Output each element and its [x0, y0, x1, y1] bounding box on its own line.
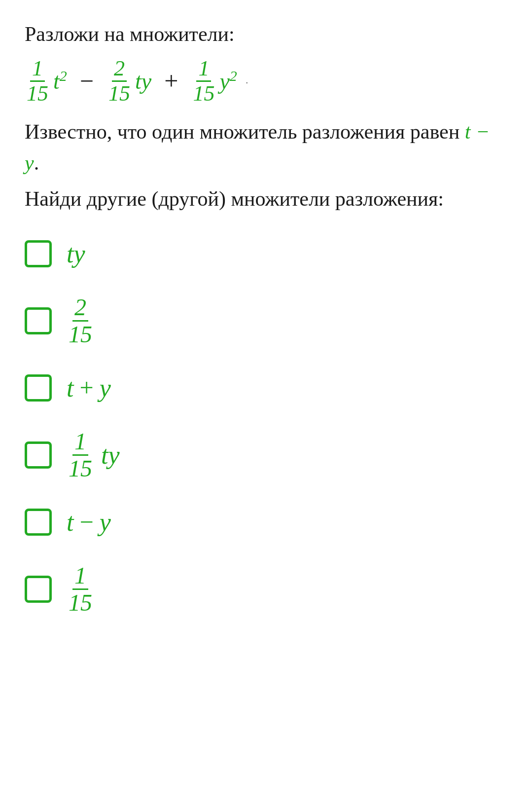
option-5-row: t − y [25, 508, 507, 537]
opt4-den: 15 [67, 456, 94, 480]
checkbox-3[interactable] [25, 374, 52, 402]
fraction-1: 1 15 [25, 58, 50, 105]
opt1-text: ty [67, 239, 85, 268]
frac2-num: 2 [112, 58, 127, 82]
opt4-var: ty [101, 440, 120, 470]
option-6-label: 1 15 [67, 564, 94, 615]
operator-2: + [164, 67, 178, 95]
option-2-row: 2 15 [25, 295, 507, 346]
options-list: ty 2 15 t + y [25, 239, 507, 615]
period2: . [34, 151, 39, 174]
option-2-fraction: 2 15 [67, 295, 94, 346]
opt4-num: 1 [72, 430, 88, 456]
option-1-row: ty [25, 239, 507, 268]
frac2-den: 15 [106, 82, 132, 105]
instruction-text: Разложи на множители: [25, 20, 507, 49]
term2: 2 15 ty [106, 58, 151, 105]
frac1-num: 1 [30, 58, 45, 82]
opt5-op: − [79, 508, 93, 536]
option-1-label: ty [67, 239, 85, 268]
opt3-text: t [67, 373, 73, 403]
known-factor-text: Известно, что один множитель разложения … [25, 120, 460, 143]
option-6-row: 1 15 [25, 564, 507, 615]
term1-var: t2 [53, 68, 67, 94]
operator-1: − [80, 67, 94, 95]
checkbox-4[interactable] [25, 441, 52, 469]
opt3-op: + [79, 373, 93, 402]
frac1-den: 15 [25, 82, 50, 105]
frac3-den: 15 [191, 82, 216, 105]
opt2-den: 15 [67, 322, 94, 346]
option-4-row: 1 15 ty [25, 430, 507, 480]
option-3-label: t + y [67, 373, 111, 403]
opt3-text2: y [100, 373, 111, 403]
checkbox-2[interactable] [25, 307, 52, 334]
page-content: Разложи на множители: 1 15 t2 − 2 15 ty … [25, 20, 507, 615]
term1: 1 15 t2 [25, 58, 67, 105]
opt6-den: 15 [67, 590, 94, 615]
opt5-text2: y [100, 508, 111, 537]
known-factor-line: Известно, что один множитель разложения … [25, 116, 507, 179]
checkbox-5[interactable] [25, 509, 52, 536]
option-2-label: 2 15 [67, 295, 94, 346]
option-5-label: t − y [67, 508, 111, 537]
frac3-num: 1 [196, 58, 211, 82]
checkbox-6[interactable] [25, 576, 52, 603]
opt2-num: 2 [72, 295, 88, 322]
option-4-fraction: 1 15 [67, 430, 94, 480]
fraction-3: 1 15 [191, 58, 216, 105]
fraction-2: 2 15 [106, 58, 132, 105]
opt5-text: t [67, 508, 73, 537]
option-4-label: 1 15 ty [67, 430, 120, 480]
period: . [246, 76, 248, 85]
term2-var: ty [135, 68, 151, 94]
option-6-fraction: 1 15 [67, 564, 94, 615]
option-3-row: t + y [25, 373, 507, 403]
find-text: Найди другие (другой) множители разложен… [25, 183, 507, 215]
term3-var: y2 [219, 68, 237, 94]
term3: 1 15 y2 [191, 58, 237, 105]
formula-display: 1 15 t2 − 2 15 ty + 1 15 y2 . [25, 58, 507, 105]
opt6-num: 1 [72, 564, 88, 590]
checkbox-1[interactable] [25, 240, 52, 267]
